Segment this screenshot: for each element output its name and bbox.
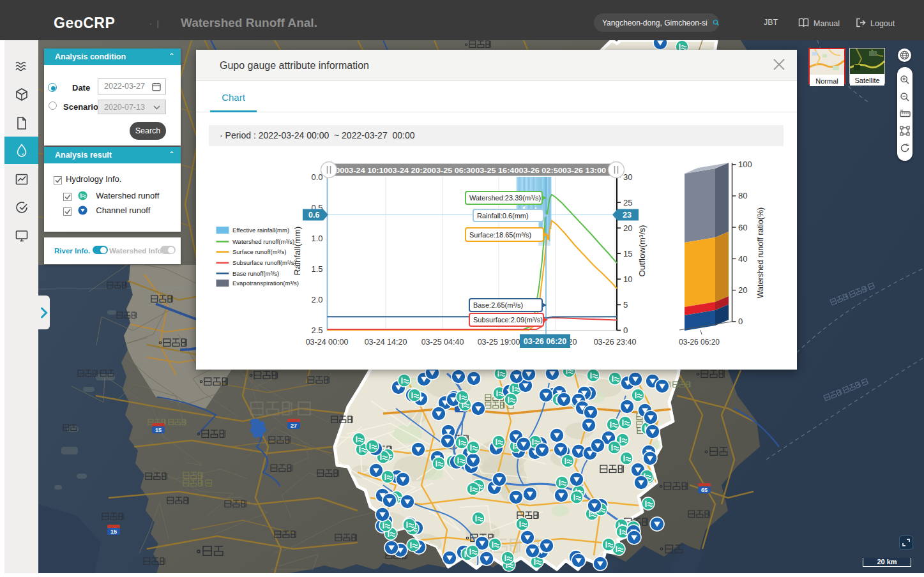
svg-text:Rainfall(mm): Rainfall(mm) xyxy=(292,227,302,276)
svg-text:20: 20 xyxy=(738,285,747,295)
svg-text:27: 27 xyxy=(291,423,297,429)
svg-text:Base:2.65(m³/s): Base:2.65(m³/s) xyxy=(473,301,523,309)
svg-text:0.0: 0.0 xyxy=(311,172,322,182)
svg-text:Rainfall:0.6(mm): Rainfall:0.6(mm) xyxy=(477,212,529,220)
svg-text:Base runoff(m³/s): Base runoff(m³/s) xyxy=(232,270,279,277)
svg-text:03-26 06:20: 03-26 06:20 xyxy=(679,338,720,347)
svg-text:Outflow(m³/s): Outflow(m³/s) xyxy=(637,225,647,277)
svg-text:5: 5 xyxy=(623,300,628,310)
svg-text:65: 65 xyxy=(701,487,708,493)
svg-text:Watershed runoff ratio(%): Watershed runoff ratio(%) xyxy=(756,207,765,298)
svg-text:Surface runoff(m³/s): Surface runoff(m³/s) xyxy=(232,248,286,255)
svg-text:Effective rainfall(mm): Effective rainfall(mm) xyxy=(232,227,289,234)
svg-text:100: 100 xyxy=(738,160,752,169)
svg-text:Surface:18.65(m³/s): Surface:18.65(m³/s) xyxy=(469,231,531,239)
svg-text:Watershed runoff(m³/s): Watershed runoff(m³/s) xyxy=(232,238,294,245)
svg-text:03-26 23:40: 03-26 23:40 xyxy=(594,338,637,347)
svg-text:03-24 14:20: 03-24 14:20 xyxy=(365,338,407,347)
svg-text:Watershed:23.39(m³/s): Watershed:23.39(m³/s) xyxy=(469,194,541,202)
svg-text:2.5: 2.5 xyxy=(311,326,322,335)
svg-text:Subsurface:2.09(m³/s): Subsurface:2.09(m³/s) xyxy=(473,316,543,324)
svg-text:03-26 06:20: 03-26 06:20 xyxy=(524,337,566,346)
svg-text:Subsurface runoff(m³/s): Subsurface runoff(m³/s) xyxy=(232,259,296,266)
svg-text:03-25 19:00: 03-25 19:00 xyxy=(478,338,520,347)
svg-text:1.0: 1.0 xyxy=(311,234,322,243)
svg-text:0: 0 xyxy=(738,317,743,326)
svg-text:03-24 00:00: 03-24 00:00 xyxy=(306,338,349,347)
svg-text:20: 20 xyxy=(623,223,632,233)
svg-text:80: 80 xyxy=(738,191,747,200)
svg-text:15: 15 xyxy=(623,249,632,259)
svg-text:60: 60 xyxy=(738,223,747,232)
svg-text:2.0: 2.0 xyxy=(311,295,322,304)
svg-text:Evapotranspiration(m³/s): Evapotranspiration(m³/s) xyxy=(232,280,299,287)
svg-text:23: 23 xyxy=(623,211,632,220)
svg-text:10: 10 xyxy=(623,274,632,284)
svg-text::0003-24 10:1003-24 20:2003-25: :0003-24 10:1003-24 20:2003-25 06:3003-2… xyxy=(333,167,606,174)
svg-text:30: 30 xyxy=(623,172,632,182)
svg-text:15: 15 xyxy=(110,528,117,535)
svg-text:0.6: 0.6 xyxy=(308,211,319,220)
svg-text:15: 15 xyxy=(155,427,162,433)
svg-text:0: 0 xyxy=(623,326,628,335)
svg-text:40: 40 xyxy=(738,254,747,264)
svg-text:25: 25 xyxy=(623,198,632,207)
svg-text:1.5: 1.5 xyxy=(311,264,322,274)
svg-text:03-25 04:40: 03-25 04:40 xyxy=(421,338,464,347)
